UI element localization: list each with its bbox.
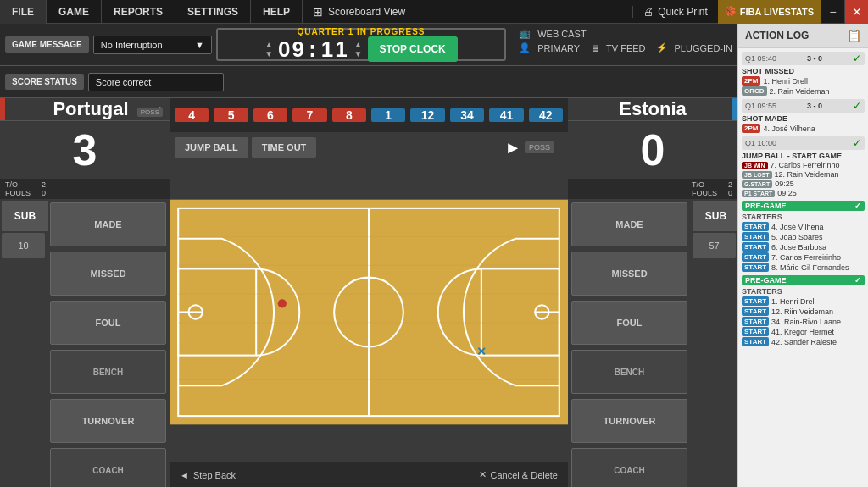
step-back-button[interactable]: ◄ Step Back (170, 462, 246, 487)
player-6-left[interactable]: 6 (253, 108, 287, 122)
left-tof-fouls: T/O2 FOULS0 (0, 179, 51, 199)
right-foul-button[interactable]: FOUL (571, 301, 687, 345)
close-button[interactable]: ✕ (844, 0, 868, 24)
right-poss-indicator: POSS (525, 141, 554, 153)
cancel-icon: ✕ (479, 469, 487, 480)
time-out-button[interactable]: TIME OUT (252, 137, 317, 158)
menu-game[interactable]: GAME (47, 0, 102, 24)
clock-stepper-left[interactable]: ▲ ▼ (264, 40, 273, 58)
minimize-button[interactable]: − (821, 0, 844, 24)
left-foul-button[interactable]: FOUL (50, 301, 166, 345)
right-missed-button[interactable]: MISSED (571, 252, 687, 296)
action-log-body: Q1 09:40 3 - 0 ✓ SHOT MISSED 2PM 1. Henr… (738, 48, 868, 487)
right-team-actions: MADE MISSED FOUL BENCH TURNOVER COACH (568, 199, 691, 487)
action-log-header: ACTION LOG 📋 (738, 24, 868, 48)
left-panel: GAME MESSAGE No Interruption ▼ QUARTER 1… (0, 24, 737, 487)
right-coach-button[interactable]: COACH (571, 448, 687, 487)
left-players-row: T/O2 FOULS0 (0, 179, 170, 199)
score-status-label: SCORE STATUS (5, 74, 84, 90)
center-panel: 4 5 6 7 8 1 12 34 41 42 (170, 98, 568, 487)
action-log-icon[interactable]: 📋 (847, 29, 861, 42)
right-turnover-button[interactable]: TURNOVER (571, 399, 687, 443)
left-team-name: Portugal (53, 98, 128, 120)
left-turnover-button[interactable]: TURNOVER (50, 399, 166, 443)
score-status-row: SCORE STATUS Score correct (0, 66, 737, 98)
left-bench-button[interactable]: BENCH (50, 350, 166, 394)
log-entry-shot-made: Q1 09:55 3 - 0 ✓ SHOT MADE 2PM 4. José V… (742, 99, 865, 133)
menu-file[interactable]: FILE (0, 0, 47, 24)
center-action-buttons: JUMP BALL TIME OUT ► POSS (170, 132, 568, 163)
right-sub-button[interactable]: SUB (693, 201, 739, 231)
menu-help[interactable]: HELP (251, 0, 303, 24)
svg-point-16 (278, 299, 287, 307)
log-entry-jump-ball: Q1 10:00 ✓ JUMP BALL - START GAME JB WIN… (742, 136, 865, 197)
clock-stepper-right[interactable]: ▲ ▼ (354, 40, 363, 58)
game-message-label: GAME MESSAGE (5, 36, 89, 53)
scoreboard-view[interactable]: ⊞ Scoreboard View (303, 5, 415, 19)
scoreboard-icon: ⊞ (313, 5, 323, 19)
player-8-left[interactable]: 8 (332, 108, 366, 122)
left-coach-button[interactable]: COACH (50, 448, 166, 487)
jump-ball-button[interactable]: JUMP BALL (175, 137, 248, 158)
left-team-panel: Portugal ◄ POSS 3 T/O2 FOULS0 (0, 98, 170, 487)
quarter-title: QUARTER 1 IN PROGRESS (297, 27, 425, 36)
game-message-section: GAME MESSAGE No Interruption ▼ (5, 28, 212, 61)
dropdown-arrow-icon: ▼ (195, 40, 204, 50)
action-log-panel: ACTION LOG 📋 Q1 09:40 3 - 0 ✓ SHOT MISSE… (737, 24, 868, 487)
log-entry-pregame-left: PRE-GAME ✓ STARTERS START 4. José Vilhen… (742, 201, 865, 272)
clock-row: ▲ ▼ 09:11 ▲ ▼ STOP CLOCK (264, 36, 458, 63)
player-34-right[interactable]: 34 (450, 108, 484, 122)
menu-right: 🖨 Quick Print 🏀 FIBA LIVESTATS − ✕ (632, 0, 868, 24)
left-score-row: Portugal ◄ POSS (0, 98, 170, 121)
menu-bar: FILE GAME REPORTS SETTINGS HELP ⊞ Scoreb… (0, 0, 868, 24)
right-bench-button[interactable]: BENCH (571, 350, 687, 394)
webcast-section: 📺 WEB CAST 👤 PRIMARY 🖥 TV FEED ⚡ PLUGGED… (510, 28, 732, 61)
cancel-delete-button[interactable]: ✕ Cancel & Delete (469, 462, 569, 487)
right-team-panel: Estonia 0 T/O2 FOULS0 MADE (568, 98, 737, 487)
tv-icon: 🖥 (590, 43, 599, 53)
left-poss-indicator: POSS (137, 108, 163, 117)
left-num: 10 (2, 233, 45, 258)
stop-clock-button[interactable]: STOP CLOCK (368, 36, 458, 62)
user-icon: 👤 (519, 42, 531, 53)
bottom-nav: ◄ Step Back ✕ Cancel & Delete (170, 462, 568, 487)
webcast-title-row: 📺 WEB CAST (519, 28, 732, 39)
left-missed-button[interactable]: MISSED (50, 252, 166, 296)
left-made-button[interactable]: MADE (50, 202, 166, 246)
left-team-actions: MADE MISSED FOUL BENCH TURNOVER COACH (47, 199, 170, 487)
printer-icon: 🖨 (643, 6, 654, 18)
plugged-in-row: ⚡ PLUGGED-IN (656, 42, 732, 53)
quick-print-button[interactable]: 🖨 Quick Print (632, 6, 718, 18)
main-wrapper: GAME MESSAGE No Interruption ▼ QUARTER 1… (0, 24, 868, 487)
score-status-value[interactable]: Score correct (88, 73, 224, 91)
player-5-left[interactable]: 5 (214, 108, 248, 122)
player-42-right[interactable]: 42 (529, 108, 563, 122)
right-tof-fouls: T/O2 FOULS0 (687, 179, 737, 199)
quarter-section: QUARTER 1 IN PROGRESS ▲ ▼ 09:11 ▲ ▼ STOP… (216, 28, 506, 61)
log-entry-pregame-right: PRE-GAME ✓ STARTERS START 1. Henri Drell… (742, 275, 865, 346)
game-area: Portugal ◄ POSS 3 T/O2 FOULS0 (0, 98, 737, 487)
tv-feed-row: 🖥 TV FEED (590, 42, 645, 53)
left-team-score: 3 (64, 125, 106, 175)
player-41-right[interactable]: 41 (489, 108, 523, 122)
player-4-left[interactable]: 4 (175, 108, 209, 122)
player-12-right[interactable]: 12 (410, 108, 444, 122)
right-score-row: Estonia (568, 98, 737, 121)
player-7-left[interactable]: 7 (292, 108, 326, 122)
monitor-icon: 📺 (519, 28, 531, 39)
right-num: 57 (693, 233, 736, 258)
player-1-right[interactable]: 1 (371, 108, 405, 122)
clock-display: 09:11 (278, 36, 349, 63)
fiba-brand: 🏀 FIBA LIVESTATS (718, 0, 821, 24)
left-sub-button[interactable]: SUB (2, 201, 48, 231)
menu-reports[interactable]: REPORTS (102, 0, 175, 24)
basketball-court[interactable]: ✕ (170, 163, 568, 462)
game-message-dropdown[interactable]: No Interruption ▼ (93, 36, 212, 54)
action-log-title: ACTION LOG (745, 30, 809, 42)
right-made-button[interactable]: MADE (571, 202, 687, 246)
possession-arrow-right: ► POSS (496, 137, 563, 158)
right-players-row: T/O2 FOULS0 (568, 179, 737, 199)
webcast-title: WEB CAST (537, 29, 586, 39)
right-team-name: Estonia (619, 98, 686, 120)
menu-settings[interactable]: SETTINGS (175, 0, 251, 24)
